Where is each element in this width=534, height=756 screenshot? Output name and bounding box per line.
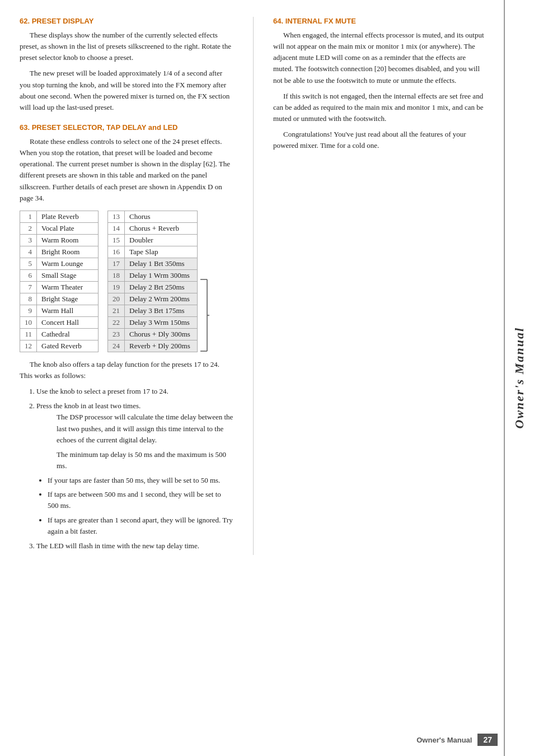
- step-3: The LED will flash in time with the new …: [36, 540, 233, 552]
- bullet-1: If your taps are faster than 50 ms, they…: [48, 475, 233, 486]
- table-row: 10Concert Hall: [20, 316, 99, 328]
- table-row: 4Bright Room: [20, 246, 99, 258]
- table-row: 3Warm Room: [20, 234, 99, 246]
- column-divider: [253, 17, 254, 555]
- section-63-intro: Rotate these endless controls to select …: [20, 136, 233, 204]
- table-row: 7Warm Theater: [20, 281, 99, 293]
- table-row: 15Doubler: [108, 234, 198, 246]
- table-row: 17Delay 1 Brt 350ms: [108, 258, 198, 269]
- step-2: Press the knob in at least two times. Th…: [36, 400, 233, 537]
- table-row: 18Delay 1 Wrm 300ms: [108, 269, 198, 281]
- table-row: 8Bright Stage: [20, 293, 99, 305]
- section-64-para-3: Congratulations! You've just read about …: [273, 129, 487, 151]
- table-row: 23Chorus + Dly 300ms: [108, 328, 198, 340]
- step-2-note-2: The minimum tap delay is 50 ms and the m…: [57, 449, 233, 472]
- table-row: 1Plate Reverb: [20, 211, 99, 222]
- bracket-container: [199, 211, 209, 352]
- page-number: 27: [477, 734, 498, 746]
- table-row: 5Warm Lounge: [20, 258, 99, 269]
- table-row: 14Chorus + Reverb: [108, 222, 198, 234]
- tap-delay-steps: Use the knob to select a preset from 17 …: [36, 386, 233, 552]
- tap-delay-section: The knob also offers a tap delay functio…: [20, 359, 233, 552]
- table-gap: [99, 211, 107, 352]
- table-row: 21Delay 3 Brt 175ms: [108, 305, 198, 316]
- page-container: Owner's Manual 62. PRESET DISPLAY These …: [0, 0, 534, 756]
- table-row: 19Delay 2 Brt 250ms: [108, 281, 198, 293]
- table-row: 22Delay 3 Wrm 150ms: [108, 316, 198, 328]
- bullet-3: If taps are greater than 1 second apart,…: [48, 515, 233, 537]
- preset-table-wrapper: 1Plate Reverb2Vocal Plate3Warm Room4Brig…: [20, 211, 233, 352]
- left-column: 62. PRESET DISPLAY These displays show t…: [20, 17, 233, 555]
- side-tab-border: [504, 0, 505, 756]
- table-row: 24Reverb + Dly 200ms: [108, 340, 198, 352]
- section-62-para-1: These displays show the number of the cu…: [20, 30, 233, 63]
- page-footer: Owner's Manual 27: [416, 734, 498, 746]
- table-row: 13Chorus: [108, 211, 198, 222]
- section-63-heading: 63. PRESET SELECTOR, TAP DELAY and LED: [20, 123, 233, 132]
- step-2-note-1: The DSP processor will calculate the tim…: [57, 412, 233, 445]
- bracket-spacer-top: [199, 211, 209, 278]
- section-64-para-1: When engaged, the internal effects proce…: [273, 30, 487, 86]
- side-tab: Owner's Manual: [505, 0, 534, 756]
- step-2-text: Press the knob in at least two times.: [36, 402, 140, 410]
- section-64-heading: 64. INTERNAL FX MUTE: [273, 17, 487, 25]
- step-2-bullets: If your taps are faster than 50 ms, they…: [48, 475, 233, 537]
- preset-table-right: 13Chorus14Chorus + Reverb15Doubler16Tape…: [107, 211, 198, 352]
- table-row: 9Warm Hall: [20, 305, 99, 316]
- section-62-heading: 62. PRESET DISPLAY: [20, 17, 233, 25]
- table-row: 16Tape Slap: [108, 246, 198, 258]
- table-row: 11Cathedral: [20, 328, 99, 340]
- table-row: 6Small Stage: [20, 269, 99, 281]
- table-row: 20Delay 2 Wrm 200ms: [108, 293, 198, 305]
- bracket-svg: [199, 278, 209, 352]
- section-62-para-2: The new preset will be loaded approximat…: [20, 68, 233, 113]
- two-column-layout: 62. PRESET DISPLAY These displays show t…: [20, 17, 487, 555]
- tap-delay-intro: The knob also offers a tap delay functio…: [20, 359, 233, 381]
- bullet-2: If taps are between 500 ms and 1 second,…: [48, 489, 233, 511]
- footer-label: Owner's Manual: [416, 736, 472, 744]
- table-row: 12Gated Reverb: [20, 340, 99, 352]
- right-column: 64. INTERNAL FX MUTE When engaged, the i…: [273, 17, 487, 555]
- side-tab-label: Owner's Manual: [512, 327, 527, 428]
- preset-table-right-wrapper: 13Chorus14Chorus + Reverb15Doubler16Tape…: [107, 211, 209, 352]
- section-64-para-2: If this switch is not engaged, then the …: [273, 91, 487, 124]
- table-row: 2Vocal Plate: [20, 222, 99, 234]
- step-1: Use the knob to select a preset from 17 …: [36, 386, 233, 397]
- main-content: 62. PRESET DISPLAY These displays show t…: [0, 0, 504, 756]
- preset-table-left: 1Plate Reverb2Vocal Plate3Warm Room4Brig…: [20, 211, 99, 352]
